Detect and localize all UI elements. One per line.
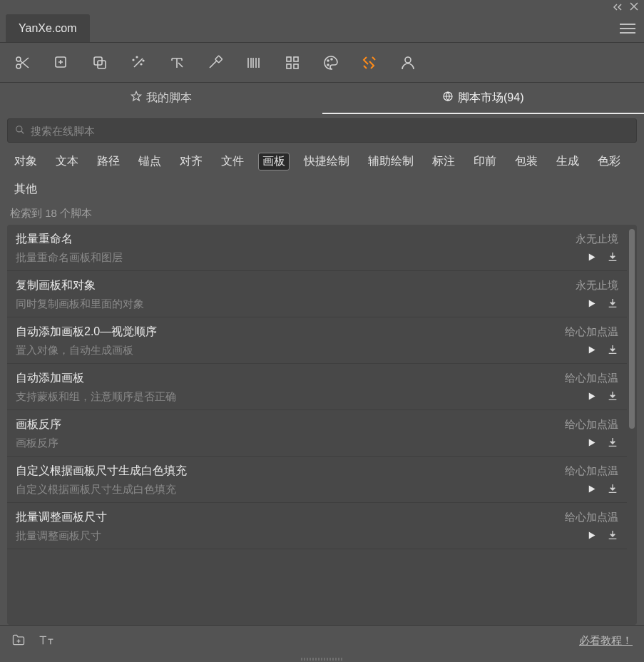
search-icon [15,125,25,137]
tool-magic-icon[interactable] [128,53,148,73]
svg-point-5 [133,59,134,61]
search-box [7,118,637,143]
tool-palette-icon[interactable] [321,53,341,73]
play-icon[interactable] [586,298,597,311]
filter-12[interactable]: 生成 [552,153,583,170]
filter-3[interactable]: 锚点 [134,153,165,170]
tool-barcode-icon[interactable] [244,53,264,73]
script-desc: 自定义根据画板尺寸生成白色填充 [16,483,176,496]
script-desc: 画板反序 [16,437,58,450]
script-title: 自定义根据画板尺寸生成白色填充 [16,464,187,479]
titlebar [0,0,644,14]
download-icon[interactable] [607,297,618,311]
script-title: 自动添加画板2.0—视觉顺序 [16,325,157,340]
toolbar [0,43,644,83]
play-icon[interactable] [586,345,597,357]
search-input[interactable] [31,125,629,137]
download-icon[interactable] [607,529,618,543]
script-list: 批量重命名永无止境批量重命名画板和图层复制画板和对象永无止境同时复制画板和里面的… [7,225,627,625]
text-size-icon[interactable] [39,633,54,649]
filter-8[interactable]: 辅助绘制 [364,153,418,170]
script-author: 给心加点温 [565,464,618,478]
play-icon[interactable] [586,391,597,404]
tool-add-icon[interactable] [51,53,71,73]
tutorial-link[interactable]: 必看教程！ [579,634,633,648]
tab-market-label: 脚本市场(94) [458,91,523,106]
new-folder-icon[interactable] [11,633,26,649]
filter-13[interactable]: 色彩 [593,153,625,170]
download-icon[interactable] [607,437,618,450]
script-item[interactable]: 自动添加画板给心加点温支持蒙板和组，注意顺序是否正确 [7,364,627,410]
filter-14[interactable]: 其他 [10,180,41,198]
filter-row: 对象文本路径锚点对齐文件画板快捷绘制辅助绘制标注印前包装生成色彩其他 [7,143,637,205]
scrollbar[interactable] [627,225,637,625]
script-author: 给心加点温 [565,511,618,524]
tool-text-icon[interactable] [167,53,187,73]
script-title: 画板反序 [16,417,61,432]
filter-6[interactable]: 画板 [258,153,290,170]
tool-hammer-icon[interactable] [205,53,225,73]
download-icon[interactable] [607,483,618,496]
script-desc: 置入对像，自动生成画板 [16,344,133,357]
svg-point-15 [327,64,329,66]
tool-scissors-icon[interactable] [13,53,33,73]
play-icon[interactable] [586,484,597,496]
script-author: 永无止境 [576,279,618,292]
script-title: 自动添加画板 [16,371,84,386]
script-desc: 同时复制画板和里面的对象 [16,297,144,311]
svg-point-19 [16,126,22,131]
script-title: 复制画板和对象 [16,278,96,293]
scrollbar-thumb[interactable] [629,229,635,429]
app-tab-row: YanXe.com [0,14,644,43]
tool-copy-icon[interactable] [90,53,110,73]
script-author: 给心加点温 [565,372,618,385]
menu-icon[interactable] [620,24,635,34]
script-item[interactable]: 自动添加画板2.0—视觉顺序给心加点温置入对像，自动生成画板 [7,317,627,364]
script-title: 批量调整画板尺寸 [16,510,107,525]
filter-4[interactable]: 对齐 [175,153,207,170]
tool-user-icon[interactable] [398,53,418,73]
download-icon[interactable] [607,251,618,265]
script-desc: 批量调整画板尺寸 [16,529,101,543]
play-icon[interactable] [586,437,597,450]
filter-11[interactable]: 包装 [511,153,542,170]
svg-rect-13 [294,64,298,68]
download-icon[interactable] [607,390,618,404]
filter-1[interactable]: 文本 [51,153,83,170]
filter-0[interactable]: 对象 [10,153,41,170]
script-item[interactable]: 复制画板和对象永无止境同时复制画板和里面的对象 [7,271,627,317]
svg-point-8 [143,60,144,61]
tool-script-icon[interactable] [359,53,379,73]
main-tabs: 我的脚本 脚本市场(94) [0,83,644,114]
filter-5[interactable]: 文件 [217,153,248,170]
download-icon[interactable] [607,344,618,357]
script-author: 给心加点温 [565,325,618,339]
result-count: 检索到 18 个脚本 [7,205,637,225]
resize-handle[interactable] [0,656,644,662]
close-icon[interactable] [630,1,638,13]
filter-7[interactable]: 快捷绘制 [300,153,354,170]
globe-icon [442,91,454,105]
filter-9[interactable]: 标注 [428,153,459,170]
play-icon[interactable] [586,530,597,543]
tab-my-scripts[interactable]: 我的脚本 [0,83,322,114]
script-item[interactable]: 批量调整画板尺寸给心加点温批量调整画板尺寸 [7,503,627,549]
collapse-icon[interactable] [613,1,623,13]
app-tab[interactable]: YanXe.com [6,14,90,42]
play-icon[interactable] [586,252,597,265]
script-desc: 批量重命名画板和图层 [16,251,123,265]
star-icon [131,91,142,105]
tool-grid-icon[interactable] [282,53,302,73]
svg-point-17 [405,57,411,63]
script-item[interactable]: 自定义根据画板尺寸生成白色填充给心加点温自定义根据画板尺寸生成白色填充 [7,457,627,503]
svg-point-6 [136,56,138,58]
footer: 必看教程！ [0,625,644,656]
svg-rect-11 [294,57,298,61]
filter-2[interactable]: 路径 [93,153,124,170]
tab-my-scripts-label: 我的脚本 [146,91,192,106]
svg-point-16 [331,58,332,60]
script-item[interactable]: 画板反序给心加点温画板反序 [7,410,627,457]
filter-10[interactable]: 印前 [469,153,501,170]
tab-market[interactable]: 脚本市场(94) [322,83,645,114]
script-item[interactable]: 批量重命名永无止境批量重命名画板和图层 [7,225,627,271]
